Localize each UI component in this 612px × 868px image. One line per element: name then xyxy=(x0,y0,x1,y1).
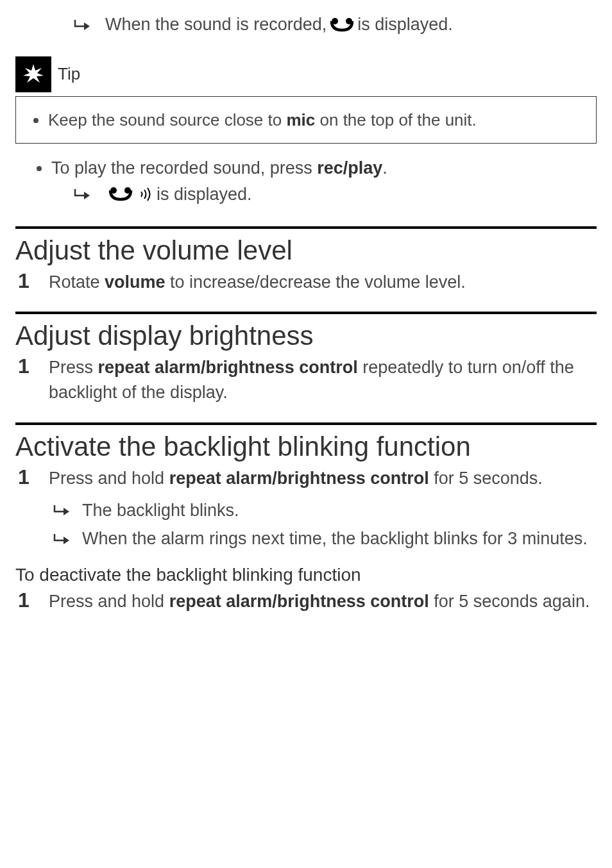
volume-step-before: Rotate xyxy=(49,272,105,292)
tip-label: Tip xyxy=(58,64,80,84)
volume-heading: Adjust the volume level xyxy=(15,235,597,266)
tip-box: Keep the sound source close to mic on th… xyxy=(15,96,597,144)
play-result-after: is displayed. xyxy=(157,181,252,208)
backlight-step: 1 Press and hold repeat alarm/brightness… xyxy=(15,466,597,491)
result-arrow-icon xyxy=(73,188,92,201)
result-arrow-icon xyxy=(53,504,72,517)
tip-item-before: Keep the sound source close to xyxy=(48,110,286,129)
recording-icon xyxy=(108,187,133,202)
recorded-result-line: When the sound is recorded, is displayed… xyxy=(73,13,597,37)
backlight-step-after: for 5 seconds. xyxy=(429,469,543,488)
backlight-heading: Activate the backlight blinking function xyxy=(15,431,597,462)
volume-step: 1 Rotate volume to increase/decrease the… xyxy=(15,270,597,295)
step-number: 1 xyxy=(18,589,36,612)
play-line-after: . xyxy=(382,158,387,178)
brightness-step: 1 Press repeat alarm/brightness control … xyxy=(15,355,597,405)
tip-item-bold: mic xyxy=(286,110,315,129)
deactivate-heading: To deactivate the backlight blinking fun… xyxy=(15,565,597,585)
recorded-result-text-before: When the sound is recorded, xyxy=(105,13,327,37)
tip-section: Tip Keep the sound source close to mic o… xyxy=(15,56,597,144)
backlight-step-bold: repeat alarm/brightness control xyxy=(169,469,429,488)
play-line-before: To play the recorded sound, press xyxy=(51,158,317,178)
play-item: To play the recorded sound, press rec/pl… xyxy=(51,155,597,207)
result-arrow-icon xyxy=(53,533,72,546)
step-number: 1 xyxy=(18,355,36,378)
play-result-line: is displayed. xyxy=(73,181,597,208)
backlight-result-1: The backlight blinks. xyxy=(53,497,597,524)
section-divider xyxy=(15,422,597,425)
backlight-result-2-text: When the alarm rings next time, the back… xyxy=(82,526,588,552)
brightness-step-bold: repeat alarm/brightness control xyxy=(98,358,358,377)
backlight-result-2: When the alarm rings next time, the back… xyxy=(53,526,597,552)
deactivate-step-body: Press and hold repeat alarm/brightness c… xyxy=(49,589,597,614)
document-page: When the sound is recorded, is displayed… xyxy=(0,0,612,646)
brightness-heading: Adjust display brightness xyxy=(15,321,597,351)
sound-waves-icon xyxy=(139,187,154,202)
deactivate-step: 1 Press and hold repeat alarm/brightness… xyxy=(15,589,597,614)
brightness-step-before: Press xyxy=(49,358,98,377)
result-arrow-icon xyxy=(73,19,92,31)
play-line-bold: rec/play xyxy=(317,158,382,178)
backlight-step-body: Press and hold repeat alarm/brightness c… xyxy=(49,466,597,491)
brightness-step-body: Press repeat alarm/brightness control re… xyxy=(49,355,597,405)
tip-item-after: on the top of the unit. xyxy=(315,110,477,129)
deactivate-step-before: Press and hold xyxy=(49,592,169,611)
tip-header: Tip xyxy=(15,56,597,92)
recorded-result-text-after: is displayed. xyxy=(357,13,453,37)
step-number: 1 xyxy=(18,270,36,292)
volume-step-bold: volume xyxy=(105,272,166,292)
deactivate-step-bold: repeat alarm/brightness control xyxy=(169,592,429,611)
tip-item: Keep the sound source close to mic on th… xyxy=(48,108,590,131)
volume-step-body: Rotate volume to increase/decrease the v… xyxy=(49,270,597,295)
section-divider xyxy=(15,312,597,314)
play-section: To play the recorded sound, press rec/pl… xyxy=(15,155,597,207)
section-divider xyxy=(15,226,597,229)
volume-step-after: to increase/decrease the volume level. xyxy=(166,272,466,292)
deactivate-step-after: for 5 seconds again. xyxy=(429,592,590,611)
tip-asterisk-icon xyxy=(15,56,51,92)
backlight-result-1-text: The backlight blinks. xyxy=(82,497,239,524)
backlight-step-before: Press and hold xyxy=(49,469,169,488)
recording-icon xyxy=(329,17,355,33)
step-number: 1 xyxy=(18,466,36,488)
